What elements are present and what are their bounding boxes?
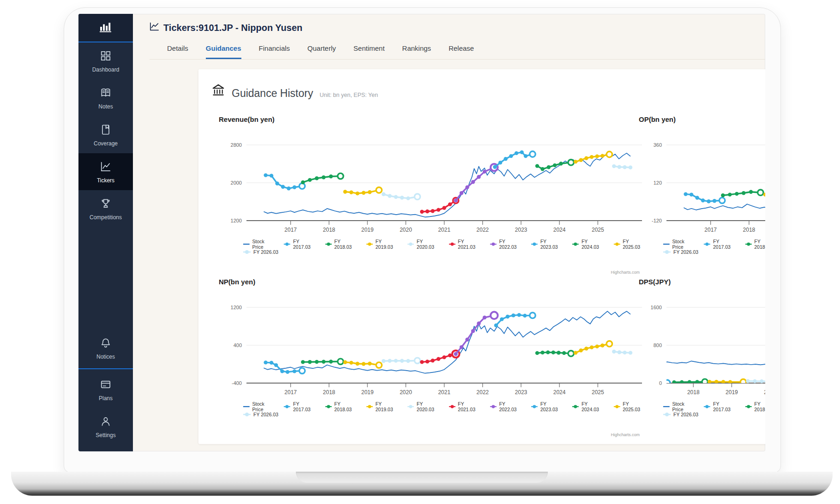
legend-item-fy-2017-03[interactable]: FY 2017.03 (283, 239, 314, 250)
legend-label: FY 2017.03 (293, 239, 315, 250)
svg-text:2019: 2019 (361, 227, 374, 233)
legend-label: FY 2026.03 (253, 412, 278, 417)
svg-text:2023: 2023 (515, 227, 528, 233)
page-header: Tickers:9101.JP - Nippon Yusen DetailsGu… (133, 14, 765, 60)
tab-details[interactable]: Details (167, 44, 188, 59)
svg-text:0: 0 (659, 380, 662, 386)
legend-item-stock-price[interactable]: Stock Price (663, 401, 693, 412)
op-bn-yen-chart: OP(bn yen)360120-12020172018201920202021… (635, 115, 765, 275)
svg-text:360: 360 (654, 142, 662, 148)
svg-text:2022: 2022 (476, 389, 489, 396)
legend-marker-glyph (243, 250, 251, 254)
tab-sentiment[interactable]: Sentiment (354, 44, 385, 59)
svg-text:2800: 2800 (231, 142, 242, 148)
sidebar-item-label: Dashboard (92, 66, 120, 73)
sidebar-item-label: Coverage (94, 140, 118, 147)
legend-item-fy-2023-03[interactable]: FY 2023.03 (531, 401, 562, 412)
legend-item-fy-2018-03[interactable]: FY 2018.03 (325, 401, 356, 412)
svg-text:2018: 2018 (323, 227, 336, 233)
legend-marker-glyph (407, 404, 414, 409)
svg-text:2020: 2020 (764, 389, 765, 396)
legend-item-fy-2019-03[interactable]: FY 2019.03 (366, 401, 397, 412)
legend-marker-glyph (283, 242, 291, 246)
sidebar-item-competitions[interactable]: Competitions (78, 190, 133, 227)
sidebar-item-notices[interactable]: Notices (78, 330, 133, 366)
legend-item-fy-2022-03[interactable]: FY 2022.03 (490, 239, 521, 250)
legend-label: FY 2019.03 (376, 239, 397, 250)
legend-label: FY 2017.03 (293, 401, 315, 412)
sidebar-item-plans[interactable]: Plans (78, 371, 133, 408)
legend-item-fy-2018-03[interactable]: FY 2018.03 (325, 239, 356, 250)
legend-label: FY 2022.03 (499, 401, 521, 412)
sidebar-item-settings[interactable]: Settings (78, 408, 133, 445)
tab-rankings[interactable]: Rankings (402, 44, 431, 59)
legend-item-fy-2021-03[interactable]: FY 2021.03 (449, 239, 480, 250)
legend-item-fy-2026-03[interactable]: FY 2026.03 (243, 412, 278, 417)
legend-marker-glyph (407, 242, 414, 246)
svg-text:2024: 2024 (553, 227, 566, 233)
sidebar-item-notes[interactable]: Notes (78, 79, 133, 116)
chart-title: Revenue(bn yen) (215, 115, 644, 126)
sidebar-item-label: Tickers (97, 177, 114, 184)
legend-item-stock-price[interactable]: Stock Price (243, 239, 273, 250)
np-bn-yen-chart: NP(bn yen)1200400-4002017201820192020202… (215, 278, 644, 437)
sidebar-item-label: Settings (96, 432, 115, 438)
legend-label: FY 2024.03 (582, 239, 603, 250)
tab-financials[interactable]: Financials (259, 44, 290, 59)
svg-text:-400: -400 (232, 380, 242, 386)
legend-label: FY 2018.03 (754, 401, 765, 412)
legend-line-glyph (243, 404, 250, 409)
legend-label: FY 2024.03 (582, 401, 603, 412)
chart-title: DPS(JPY) (635, 278, 765, 288)
legend-marker-glyph (663, 250, 671, 254)
svg-text:2019: 2019 (726, 389, 738, 396)
legend-marker-glyph (613, 404, 621, 409)
svg-text:2017: 2017 (704, 227, 717, 233)
legend-item-fy-2020-03[interactable]: FY 2020.03 (407, 401, 438, 412)
svg-text:1200: 1200 (231, 305, 242, 310)
tab-release[interactable]: Release (449, 44, 474, 59)
sidebar-item-tickers[interactable]: Tickers (78, 153, 133, 190)
legend-item-fy-2021-03[interactable]: FY 2021.03 (449, 401, 480, 412)
legend-item-fy-2018-03[interactable]: FY 2018.03 (745, 401, 765, 412)
legend-label: Stock Price (252, 401, 274, 412)
legend-label: FY 2017.03 (713, 239, 735, 250)
legend-item-fy-2017-03[interactable]: FY 2017.03 (703, 239, 734, 250)
legend-marker-glyph (613, 242, 621, 246)
section-title: Guidance History (232, 87, 313, 100)
legend-marker-glyph (366, 242, 373, 246)
legend-item-fy-2024-03[interactable]: FY 2024.03 (572, 239, 603, 250)
legend-marker-glyph (531, 404, 538, 409)
legend-item-fy-2022-03[interactable]: FY 2022.03 (490, 401, 521, 412)
section-subtitle: Unit: bn yen, EPS: Yen (319, 92, 378, 98)
legend-item-stock-price[interactable]: Stock Price (243, 401, 273, 412)
svg-text:2021: 2021 (438, 227, 450, 233)
app-logo[interactable] (78, 14, 133, 42)
tab-quarterly[interactable]: Quarterly (307, 44, 336, 59)
legend-item-fy-2026-03[interactable]: FY 2026.03 (663, 249, 698, 255)
legend-item-fy-2017-03[interactable]: FY 2017.03 (703, 401, 734, 412)
legend-item-fy-2024-03[interactable]: FY 2024.03 (572, 401, 603, 412)
svg-text:-120: -120 (652, 218, 662, 223)
sidebar-item-coverage[interactable]: Coverage (78, 116, 133, 153)
legend-item-fy-2020-03[interactable]: FY 2020.03 (407, 239, 438, 250)
legend-item-fy-2026-03[interactable]: FY 2026.03 (243, 249, 278, 255)
legend-item-fy-2018-03[interactable]: FY 2018.03 (745, 239, 765, 250)
sidebar-item-dashboard[interactable]: Dashboard (78, 42, 133, 79)
legend-item-fy-2023-03[interactable]: FY 2023.03 (531, 239, 562, 250)
svg-text:1600: 1600 (651, 305, 662, 310)
card-icon (100, 378, 112, 392)
laptop-trackpad-notch (296, 472, 548, 483)
legend-marker-glyph (572, 242, 579, 246)
tab-guidances[interactable]: Guidances (206, 44, 241, 59)
person-icon (100, 415, 112, 429)
op-bn-yen-plot: 360120-120201720182019202020212022202320… (635, 132, 765, 235)
legend-item-fy-2019-03[interactable]: FY 2019.03 (366, 239, 397, 250)
legend-item-fy-2026-03[interactable]: FY 2026.03 (663, 412, 698, 417)
dps-jpy-plot: 1600800020182019202020212022202320242025… (635, 294, 765, 398)
legend-item-fy-2017-03[interactable]: FY 2017.03 (283, 401, 314, 412)
legend-marker-glyph (745, 404, 752, 409)
bookmark-page-icon (100, 124, 112, 138)
svg-text:800: 800 (654, 342, 662, 348)
legend-item-stock-price[interactable]: Stock Price (663, 239, 693, 250)
